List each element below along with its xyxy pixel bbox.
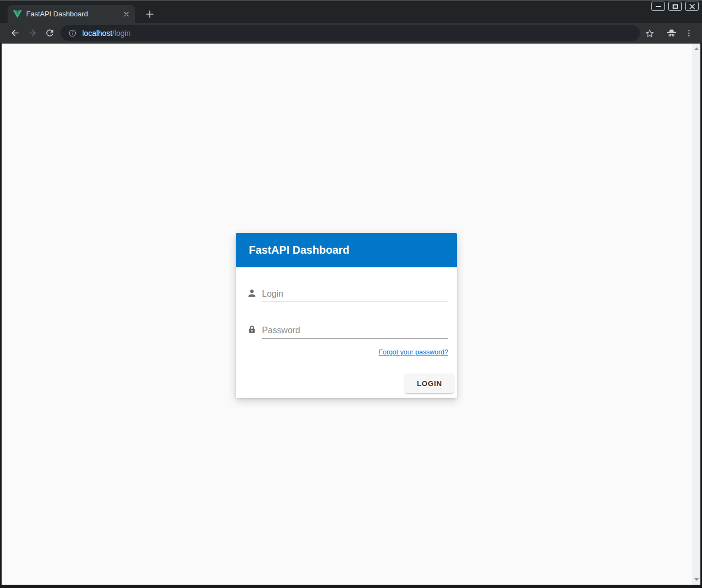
forgot-password-link[interactable]: Forgot your password? [247, 348, 448, 356]
login-button[interactable]: LOGIN [405, 374, 454, 393]
tab-strip: FastAPI Dashboard [0, 0, 702, 23]
lock-icon [247, 324, 257, 335]
url-host: localhost [82, 29, 112, 38]
login-card-body: Forgot your password? [236, 286, 457, 356]
address-bar[interactable]: localhost/login [60, 25, 640, 41]
window-close-button[interactable] [685, 2, 699, 11]
minimize-icon [656, 6, 661, 7]
password-field-row [247, 322, 448, 339]
back-arrow-icon [10, 28, 20, 38]
incognito-icon [666, 28, 677, 39]
browser-tab[interactable]: FastAPI Dashboard [8, 5, 135, 23]
password-input[interactable] [262, 322, 448, 339]
close-icon [689, 4, 695, 9]
person-icon [247, 288, 257, 298]
url-path: /login [112, 29, 130, 38]
star-icon [645, 28, 655, 38]
window-minimize-button[interactable] [651, 2, 665, 11]
window-controls [651, 2, 699, 11]
browser-toolbar: localhost/login [0, 23, 702, 44]
tab-close-icon[interactable] [121, 9, 131, 19]
window-maximize-button[interactable] [668, 2, 682, 11]
new-tab-button[interactable] [142, 7, 157, 21]
login-card: FastAPI Dashboard [236, 233, 457, 398]
browser-menu-button[interactable] [681, 25, 697, 41]
page-scrollbar[interactable] [692, 44, 700, 585]
login-card-header: FastAPI Dashboard [236, 233, 457, 267]
reload-button[interactable] [41, 25, 58, 41]
login-input[interactable] [262, 286, 448, 302]
window-top-edge [0, 0, 702, 1]
site-info-button[interactable] [68, 29, 77, 38]
reload-icon [45, 28, 55, 38]
login-field-row [247, 286, 448, 302]
tab-title: FastAPI Dashboard [26, 10, 121, 18]
maximize-icon [673, 4, 678, 9]
scroll-up-icon[interactable] [694, 47, 699, 50]
bookmark-button[interactable] [642, 25, 658, 41]
incognito-badge [663, 25, 680, 41]
back-button[interactable] [7, 25, 23, 41]
scroll-down-icon[interactable] [694, 578, 699, 581]
info-icon [68, 29, 77, 38]
login-card-title: FastAPI Dashboard [249, 244, 349, 256]
kebab-menu-icon [685, 29, 693, 38]
vue-logo-icon [13, 10, 22, 18]
page-content: FastAPI Dashboard [2, 44, 700, 585]
forward-arrow-icon [27, 28, 38, 38]
forward-button[interactable] [24, 25, 40, 41]
